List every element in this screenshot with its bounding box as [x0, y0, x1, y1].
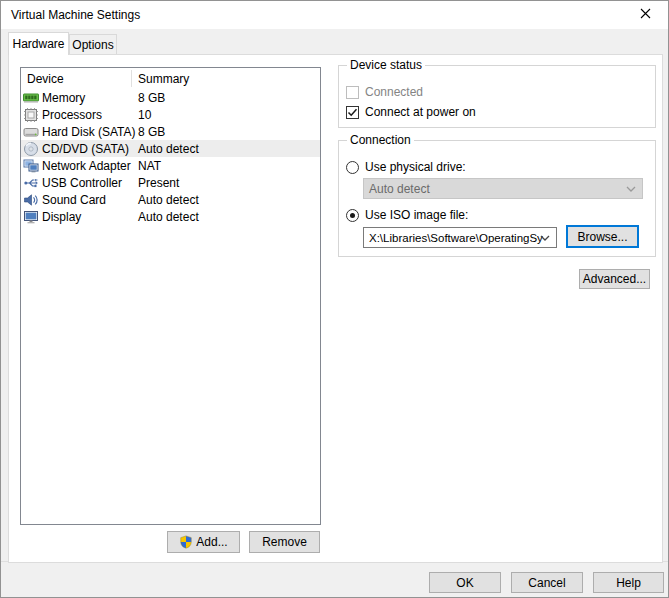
virtual-machine-settings-dialog: Virtual Machine Settings Hardware Option… [0, 0, 669, 598]
network-adapter-icon [23, 158, 39, 174]
advanced-label: Advanced... [583, 272, 646, 286]
advanced-button[interactable]: Advanced... [579, 269, 650, 289]
help-button[interactable]: Help [593, 572, 664, 593]
connected-label: Connected [365, 85, 423, 99]
processors-icon [23, 107, 39, 123]
use-physical-drive-radio-row[interactable]: Use physical drive: [346, 160, 466, 174]
display-icon [23, 209, 39, 225]
device-row-network-adapter[interactable]: Network Adapter NAT [21, 157, 320, 174]
browse-button[interactable]: Browse... [566, 225, 639, 248]
hard-disk-icon [23, 124, 39, 140]
device-name: Memory [42, 91, 85, 105]
connect-at-power-on-checkbox-row[interactable]: Connect at power on [346, 105, 476, 119]
device-list: Device Summary Memory 8 GB Processors 10… [20, 67, 321, 525]
tab-hardware-label: Hardware [12, 37, 64, 51]
chevron-down-icon [626, 182, 636, 196]
connection-group: Connection Use physical drive: Auto dete… [338, 140, 656, 257]
connection-group-label: Connection [347, 133, 414, 147]
column-header-device[interactable]: Device [27, 72, 64, 86]
title-bar: Virtual Machine Settings [1, 1, 668, 29]
device-name: Sound Card [42, 193, 106, 207]
device-summary: 8 GB [138, 125, 165, 139]
window-title: Virtual Machine Settings [11, 8, 140, 22]
column-divider [131, 70, 132, 87]
cancel-label: Cancel [528, 576, 565, 590]
close-button[interactable] [623, 1, 668, 29]
device-row-cd-dvd[interactable]: CD/DVD (SATA) Auto detect [21, 140, 320, 157]
device-summary: Auto detect [138, 210, 199, 224]
device-summary: Present [138, 176, 179, 190]
cd-dvd-icon [23, 141, 39, 157]
device-row-hard-disk[interactable]: Hard Disk (SATA) 8 GB [21, 123, 320, 140]
checkmark-icon [347, 107, 358, 118]
connect-at-power-on-label: Connect at power on [365, 105, 476, 119]
hardware-tab-page: Device Summary Memory 8 GB Processors 10… [8, 54, 663, 563]
uac-shield-icon [179, 535, 193, 549]
device-name: CD/DVD (SATA) [42, 142, 129, 156]
tab-options-label: Options [72, 38, 113, 52]
device-row-processors[interactable]: Processors 10 [21, 106, 320, 123]
column-header-summary[interactable]: Summary [138, 72, 189, 86]
device-name: Processors [42, 108, 102, 122]
tab-hardware[interactable]: Hardware [8, 32, 69, 55]
add-device-label: Add... [196, 535, 227, 549]
help-label: Help [616, 576, 641, 590]
device-status-group: Device status Connected Connect at power… [338, 65, 656, 128]
physical-drive-value: Auto detect [369, 182, 430, 196]
device-list-header: Device Summary [21, 68, 320, 89]
use-iso-image-label: Use ISO image file: [365, 208, 468, 222]
device-status-group-label: Device status [347, 58, 425, 72]
device-summary: 8 GB [138, 91, 165, 105]
close-icon [640, 8, 651, 22]
chevron-down-icon[interactable] [540, 232, 550, 244]
device-name: Display [42, 210, 81, 224]
remove-device-button[interactable]: Remove [249, 531, 320, 553]
device-name: USB Controller [42, 176, 122, 190]
iso-path-combobox[interactable]: X:\Libraries\Software\OperatingSy [363, 227, 557, 248]
add-device-button[interactable]: Add... [167, 531, 240, 553]
use-iso-image-radio-row[interactable]: Use ISO image file: [346, 208, 468, 222]
browse-label: Browse... [577, 230, 627, 244]
device-summary: Auto detect [138, 142, 199, 156]
use-physical-drive-label: Use physical drive: [365, 160, 466, 174]
device-row-usb-controller[interactable]: USB Controller Present [21, 174, 320, 191]
physical-drive-select: Auto detect [363, 178, 643, 199]
use-physical-drive-radio[interactable] [346, 161, 359, 174]
tab-options[interactable]: Options [69, 34, 117, 54]
cancel-button[interactable]: Cancel [511, 572, 583, 593]
device-row-sound-card[interactable]: Sound Card Auto detect [21, 191, 320, 208]
connected-checkbox [346, 86, 359, 99]
sound-card-icon [23, 192, 39, 208]
connect-at-power-on-checkbox[interactable] [346, 106, 359, 119]
device-summary: Auto detect [138, 193, 199, 207]
connected-checkbox-row: Connected [346, 85, 423, 99]
remove-device-label: Remove [262, 535, 307, 549]
dialog-footer: OK Cancel Help [1, 561, 668, 597]
device-name: Hard Disk (SATA) [42, 125, 136, 139]
device-summary: 10 [138, 108, 151, 122]
memory-icon [23, 90, 39, 106]
usb-icon [23, 175, 39, 191]
use-iso-image-radio[interactable] [346, 209, 359, 222]
device-summary: NAT [138, 159, 161, 173]
iso-path-value: X:\Libraries\Software\OperatingSy [369, 232, 543, 244]
device-name: Network Adapter [42, 159, 131, 173]
device-row-memory[interactable]: Memory 8 GB [21, 89, 320, 106]
ok-button[interactable]: OK [429, 572, 501, 593]
device-row-display[interactable]: Display Auto detect [21, 208, 320, 225]
ok-label: OK [456, 576, 473, 590]
